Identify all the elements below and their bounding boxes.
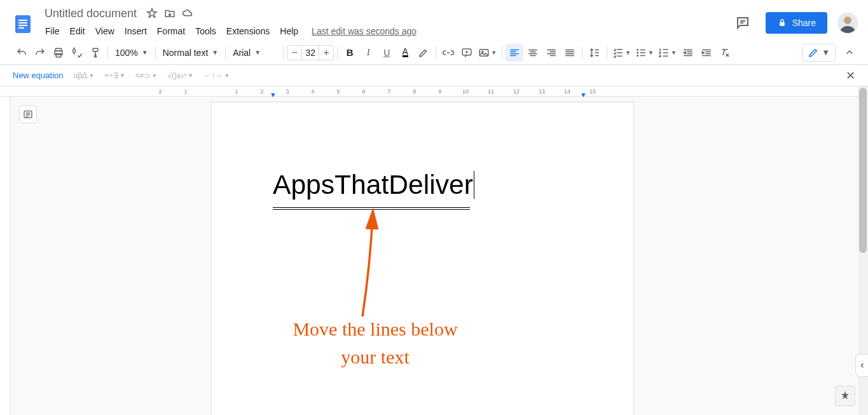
highlight-color-button[interactable] xyxy=(415,44,432,62)
scrollbar-thumb[interactable] xyxy=(859,88,867,253)
font-size-control: − 32 + xyxy=(287,45,334,60)
bold-button[interactable]: B xyxy=(341,44,359,62)
svg-rect-1 xyxy=(18,20,27,21)
svg-rect-4 xyxy=(18,27,24,29)
menu-tools[interactable]: Tools xyxy=(191,24,221,39)
svg-point-7 xyxy=(844,17,851,24)
svg-rect-19 xyxy=(640,55,645,56)
collapse-toolbar-button[interactable] xyxy=(844,47,855,58)
side-panel-toggle[interactable] xyxy=(855,354,868,377)
document-heading-text[interactable]: AppsThatDeliver xyxy=(273,168,473,201)
left-indent-marker[interactable]: ▼ xyxy=(270,91,277,99)
document-canvas: 2 1 1 2 3 4 5 6 7 8 9 10 11 12 13 14 15 … xyxy=(0,86,868,415)
ruler-tick: 10 xyxy=(462,88,469,95)
ruler-tick: 15 xyxy=(589,88,596,95)
document-title[interactable]: Untitled document xyxy=(41,6,141,22)
relations-menu[interactable]: <≠⊃ ▼ xyxy=(135,71,158,80)
font-size-decrease[interactable]: − xyxy=(287,46,301,60)
menu-view[interactable]: View xyxy=(91,24,119,39)
svg-point-16 xyxy=(637,55,638,57)
math-ops-menu[interactable]: √()x₀ⁿ ▼ xyxy=(167,71,193,80)
ruler-tick: 9 xyxy=(438,88,441,95)
ruler-tick: 8 xyxy=(413,88,416,95)
ruler-tick: 1 xyxy=(184,88,187,95)
font-size-increase[interactable]: + xyxy=(319,46,333,60)
increase-indent-button[interactable] xyxy=(698,44,715,62)
move-icon[interactable] xyxy=(163,7,176,20)
vertical-ruler[interactable] xyxy=(0,86,10,415)
cloud-status-icon[interactable] xyxy=(181,7,194,20)
bulleted-list-button[interactable]: ▼ xyxy=(633,44,656,62)
svg-rect-2 xyxy=(18,22,27,24)
new-equation-button[interactable]: New equation xyxy=(13,71,64,80)
paint-format-button[interactable] xyxy=(86,44,104,62)
ruler-tick: 5 xyxy=(336,88,340,95)
redo-button[interactable] xyxy=(31,44,49,62)
undo-button[interactable] xyxy=(13,44,31,62)
align-right-button[interactable] xyxy=(542,44,560,62)
ruler-tick: 12 xyxy=(513,88,520,95)
svg-rect-5 xyxy=(780,22,785,26)
line-spacing-button[interactable] xyxy=(586,44,603,62)
docs-logo[interactable] xyxy=(10,11,36,37)
equation-toolbar: New equation αβΔ ▼ ×÷∃ ▼ <≠⊃ ▼ √()x₀ⁿ ▼ … xyxy=(0,65,868,86)
insert-image-button[interactable]: ▼ xyxy=(476,44,499,62)
page[interactable]: AppsThatDeliver xyxy=(211,102,634,415)
ruler-tick: 2 xyxy=(260,88,263,95)
add-comment-button[interactable] xyxy=(458,44,476,62)
document-outline-button[interactable] xyxy=(19,105,37,123)
right-indent-marker[interactable]: ▼ xyxy=(580,91,587,99)
title-bar: Untitled document File Edit View Insert … xyxy=(0,0,868,41)
svg-rect-18 xyxy=(640,52,645,53)
svg-point-14 xyxy=(637,49,638,51)
ruler-tick: 13 xyxy=(539,88,545,95)
close-equation-bar[interactable]: ✕ xyxy=(846,69,855,83)
align-left-button[interactable] xyxy=(506,44,523,62)
menu-bar: File Edit View Insert Format Tools Exten… xyxy=(41,22,730,40)
menu-extensions[interactable]: Extensions xyxy=(222,24,274,39)
menu-help[interactable]: Help xyxy=(275,24,303,39)
ruler-tick: 1 xyxy=(235,88,238,95)
comments-icon[interactable] xyxy=(730,10,755,36)
menu-insert[interactable]: Insert xyxy=(120,24,151,39)
clear-formatting-button[interactable] xyxy=(716,44,734,62)
numbered-list-button[interactable]: ▼ xyxy=(656,44,679,62)
paragraph-style-select[interactable]: Normal text▼ xyxy=(159,44,222,61)
explore-button[interactable] xyxy=(835,386,855,406)
greek-letters-menu[interactable]: αβΔ ▼ xyxy=(74,71,95,80)
arrows-menu[interactable]: ←↑→ ▼ xyxy=(203,71,230,80)
double-underline xyxy=(273,207,470,210)
svg-rect-0 xyxy=(15,15,31,33)
insert-link-button[interactable] xyxy=(439,44,457,62)
ruler-tick: 6 xyxy=(362,88,365,95)
text-color-button[interactable]: A xyxy=(396,44,414,62)
toolbar: 100%▼ Normal text▼ Arial▼ − 32 + B I U A… xyxy=(0,41,868,65)
align-center-button[interactable] xyxy=(524,44,542,62)
menu-edit[interactable]: Edit xyxy=(65,24,90,39)
share-button[interactable]: Share xyxy=(766,12,827,34)
italic-button[interactable]: I xyxy=(359,44,377,62)
menu-format[interactable]: Format xyxy=(153,24,189,39)
last-edit-link[interactable]: Last edit was seconds ago xyxy=(312,26,417,36)
underline-button[interactable]: U xyxy=(378,44,396,62)
svg-point-15 xyxy=(637,51,638,53)
spellcheck-button[interactable] xyxy=(68,44,86,62)
checklist-button[interactable]: ▼ xyxy=(610,44,633,62)
horizontal-ruler[interactable]: 2 1 1 2 3 4 5 6 7 8 9 10 11 12 13 14 15 … xyxy=(0,86,858,97)
ruler-tick: 11 xyxy=(488,88,494,95)
ruler-tick: 7 xyxy=(387,88,390,95)
font-select[interactable]: Arial▼ xyxy=(229,44,280,61)
ruler-tick: 3 xyxy=(286,88,289,95)
decrease-indent-button[interactable] xyxy=(679,44,697,62)
print-button[interactable] xyxy=(50,44,67,62)
zoom-select[interactable]: 100%▼ xyxy=(111,44,152,61)
menu-file[interactable]: File xyxy=(41,24,64,39)
font-size-value[interactable]: 32 xyxy=(301,46,319,60)
align-justify-button[interactable] xyxy=(561,44,579,62)
operators-menu[interactable]: ×÷∃ ▼ xyxy=(104,71,125,80)
star-icon[interactable] xyxy=(146,7,158,20)
svg-rect-3 xyxy=(18,25,27,26)
mode-select[interactable]: ▼ xyxy=(802,44,836,62)
account-avatar[interactable] xyxy=(837,13,858,33)
text-cursor xyxy=(474,171,474,199)
